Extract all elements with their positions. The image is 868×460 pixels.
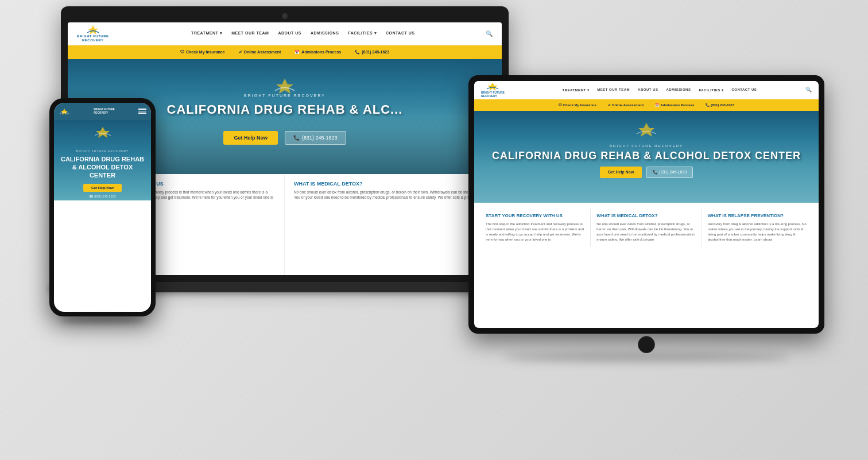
tablet-hero: BRIGHT FUTURE RECOVERY CALIFORNIA DRUG R…	[474, 111, 819, 203]
phone-logo-icon	[59, 107, 70, 115]
tablet-insurance-link[interactable]: 🛡 Check My Insurance	[559, 103, 596, 107]
laptop-hero-sun-icon	[270, 76, 299, 96]
nav-meet-team[interactable]: MEET OUR TEAM	[231, 31, 269, 36]
laptop-hero-small-text: BRIGHT FUTURE RECOVERY	[244, 94, 326, 98]
laptop-admissions-link[interactable]: 📅 Admissions Process	[294, 50, 341, 55]
phone-shadow	[60, 316, 146, 323]
laptop-hero-title: CALIFORNIA DRUG REHAB & ALC...	[167, 102, 403, 117]
tablet-card-relapse-text: Recovery from drug & alcohol addiction i…	[708, 222, 807, 242]
tablet-phone-link[interactable]: 📞 (831) 245-1623	[706, 103, 734, 107]
tablet-card-recovery: START YOUR RECOVERY WITH US The first st…	[480, 208, 591, 247]
laptop-phone-button[interactable]: 📞 (831) 245-1623	[285, 131, 346, 145]
tablet-card-recovery-title: START YOUR RECOVERY WITH US	[486, 213, 584, 219]
hamburger-line-1	[138, 109, 146, 110]
laptop-assessment-link[interactable]: ✔ Online Assessment	[239, 50, 281, 55]
logo-sun-icon	[84, 24, 102, 34]
tablet-nav-admissions[interactable]: ADMISSIONS	[666, 88, 691, 92]
phone-device: BRIGHT FUTURERECOVERY	[49, 98, 156, 316]
phone-notch	[88, 98, 117, 103]
tablet-hero-sun-icon	[634, 121, 659, 137]
tablet-home-button[interactable]	[638, 336, 655, 353]
tablet-phone-icon: 📞	[653, 170, 658, 174]
phone-hero-title: CALIFORNIA DRUG REHAB & ALCOHOL DETOX CE…	[54, 155, 151, 180]
tablet-card-recovery-text: The first step in the addiction treatmen…	[486, 222, 584, 242]
phone-nav: BRIGHT FUTURERECOVERY	[54, 103, 151, 120]
search-icon[interactable]: 🔍	[486, 30, 493, 37]
tablet-cards: START YOUR RECOVERY WITH US The first st…	[474, 203, 819, 253]
nav-treatment[interactable]: TREATMENT ▾	[191, 31, 222, 36]
nav-admissions[interactable]: ADMISSIONS	[311, 31, 339, 36]
phone-logo-text: BRIGHT FUTURERECOVERY	[94, 108, 115, 114]
tablet-hero-small-text: BRIGHT FUTURE RECOVERY	[610, 144, 683, 148]
tablet-card-detox-text: No one should ever detox from alcohol, p…	[596, 222, 695, 242]
laptop-phone-link[interactable]: 📞 (831) 245-1623	[355, 50, 389, 55]
tablet-nav-team[interactable]: MEET OUR TEAM	[597, 88, 630, 92]
laptop-card-detox-text: No one should ever detox from alcohol, p…	[294, 190, 493, 201]
laptop-logo-text: BRIGHT FUTURE RECOVERY	[77, 34, 109, 42]
tablet-logo: BRIGHT FUTURERECOVERY	[481, 82, 505, 98]
tablet-nav-contact[interactable]: CONTACT US	[731, 88, 757, 92]
tablet-hero-buttons: Get Help Now 📞 (831) 245-1623	[600, 167, 693, 178]
tablet-hero-title: CALIFORNIA DRUG REHAB & ALCOHOL DETOX CE…	[492, 150, 801, 162]
tablet-nav-links: TREATMENT ▾ MEET OUR TEAM ABOUT US ADMIS…	[514, 88, 805, 92]
tablet-logo-sun-icon	[485, 82, 500, 91]
scene: BRIGHT FUTURE RECOVERY TREATMENT ▾ MEET …	[32, 6, 836, 454]
tablet-logo-text: BRIGHT FUTURERECOVERY	[481, 91, 505, 98]
phone-phone-number[interactable]: ☎ (831) 245-1623	[89, 195, 115, 198]
tablet-phone-button[interactable]: 📞 (831) 245-1623	[646, 167, 693, 178]
laptop-insurance-link[interactable]: 🛡 Check My Insurance	[180, 50, 225, 54]
tablet-assessment-link[interactable]: ✔ Online Assessment	[608, 103, 644, 107]
tablet-get-help-button[interactable]: Get Help Now	[600, 167, 642, 178]
tablet-screen: BRIGHT FUTURERECOVERY TREATMENT ▾ MEET O…	[474, 81, 819, 328]
tablet-body: BRIGHT FUTURERECOVERY TREATMENT ▾ MEET O…	[468, 75, 824, 334]
phone-icon: 📞	[293, 135, 300, 141]
laptop-yellow-bar: 🛡 Check My Insurance ✔ Online Assessment…	[68, 45, 502, 59]
tablet-yellow-bar: 🛡 Check My Insurance ✔ Online Assessment…	[474, 99, 819, 111]
tablet-card-detox: WHAT IS MEDICAL DETOX? No one should eve…	[591, 208, 702, 247]
phone-hero: BRIGHT FUTURE RECOVERY CALIFORNIA DRUG R…	[54, 120, 151, 200]
phone-get-help-button[interactable]: Get Help Now	[83, 184, 122, 192]
tablet-nav-about[interactable]: ABOUT US	[638, 88, 658, 92]
phone-screen: BRIGHT FUTURERECOVERY	[54, 103, 151, 312]
phone-hero-sun-icon	[92, 125, 113, 138]
laptop-hero-buttons: Get Help Now 📞 (831) 245-1623	[223, 131, 346, 145]
tablet-search-icon[interactable]: 🔍	[805, 87, 812, 92]
laptop-nav-links: TREATMENT ▾ MEET OUR TEAM ABOUT US ADMIS…	[121, 31, 486, 36]
nav-facilities[interactable]: FACILITIES ▾	[348, 31, 377, 36]
laptop-get-help-button[interactable]: Get Help Now	[223, 131, 278, 145]
tablet-shadow	[503, 353, 790, 361]
tablet-card-detox-title: WHAT IS MEDICAL DETOX?	[596, 213, 695, 219]
tablet-nav: BRIGHT FUTURERECOVERY TREATMENT ▾ MEET O…	[474, 81, 819, 99]
hamburger-line-2	[138, 111, 146, 112]
laptop-camera	[282, 13, 288, 19]
tablet-device: BRIGHT FUTURERECOVERY TREATMENT ▾ MEET O…	[468, 75, 824, 351]
tablet-admissions-link[interactable]: 📅 Admissions Process	[655, 103, 694, 107]
laptop-nav: BRIGHT FUTURE RECOVERY TREATMENT ▾ MEET …	[68, 22, 502, 45]
hamburger-menu-icon[interactable]	[138, 109, 146, 114]
laptop-logo: BRIGHT FUTURE RECOVERY	[77, 24, 109, 42]
laptop-card-detox-title: WHAT IS MEDICAL DETOX?	[294, 181, 493, 187]
hamburger-line-3	[138, 113, 146, 114]
phone-hero-small-text: BRIGHT FUTURE RECOVERY	[76, 149, 129, 153]
nav-contact[interactable]: CONTACT US	[386, 31, 414, 36]
nav-about[interactable]: ABOUT US	[278, 31, 301, 36]
phone-body: BRIGHT FUTURERECOVERY	[49, 98, 156, 316]
tablet-nav-facilities[interactable]: FACILITIES ▾	[699, 88, 723, 92]
tablet-card-relapse: WHAT IS RELAPSE PREVENTION? Recovery fro…	[702, 208, 813, 247]
tablet-nav-treatment[interactable]: TREATMENT ▾	[563, 88, 590, 92]
tablet-card-relapse-title: WHAT IS RELAPSE PREVENTION?	[708, 213, 807, 219]
